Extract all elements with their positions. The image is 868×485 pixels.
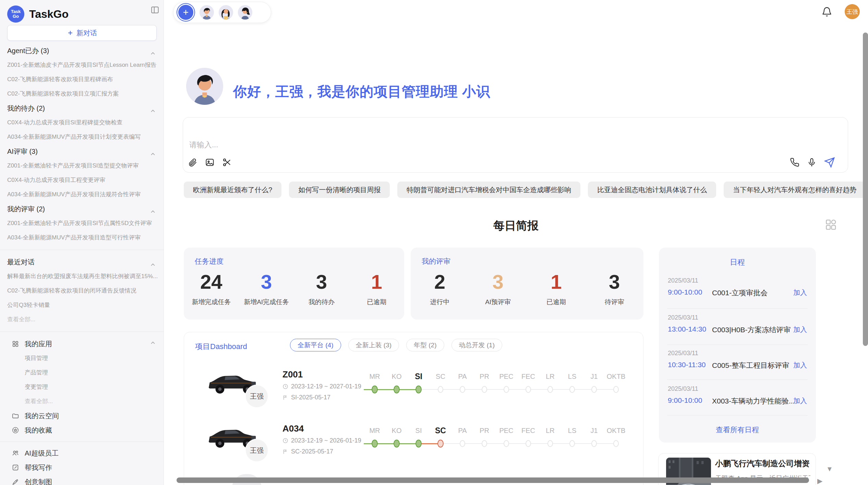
list-item[interactable]: A034-全新新能源MUV产品开发项目造型可行性评审 bbox=[0, 231, 164, 245]
tab-new-body[interactable]: 全新上装 (3) bbox=[348, 339, 399, 351]
project-code[interactable]: Z001 bbox=[282, 369, 303, 380]
stat-grid: 24 新增完成任务 3 新增AI完成任务 3 我的待办 1 已逾期 bbox=[184, 272, 404, 307]
milestone-dot[interactable] bbox=[526, 386, 531, 393]
milestone-dot[interactable] bbox=[504, 440, 509, 447]
list-item[interactable]: 公司Q3轻卡销量 bbox=[0, 298, 164, 312]
list-item[interactable]: Z001-全新燃油轻卡产品开发项目SI造型提交物评审 bbox=[0, 159, 164, 173]
list-item[interactable]: A034-全新新能源MUV产品开发项目法规符合性评审 bbox=[0, 187, 164, 202]
send-icon[interactable] bbox=[824, 157, 835, 168]
sidebar-item-change-mgmt[interactable]: 变更管理 bbox=[0, 380, 164, 394]
image-icon[interactable] bbox=[205, 158, 215, 167]
tab-new-platform[interactable]: 全新平台 (4) bbox=[290, 339, 341, 351]
milestone-dot-done[interactable] bbox=[415, 386, 422, 394]
tab-powertrain[interactable]: 动总开发 (1) bbox=[451, 339, 503, 351]
new-chat-button[interactable]: 新对话 bbox=[7, 25, 157, 41]
microphone-icon[interactable] bbox=[807, 158, 817, 167]
phone-call-icon[interactable] bbox=[790, 158, 799, 167]
sidebar-item-ai-super-staff[interactable]: AI超级员工 bbox=[0, 446, 164, 460]
milestone-dot[interactable] bbox=[438, 386, 443, 393]
chat-input-box[interactable] bbox=[183, 117, 848, 173]
user-avatar[interactable]: 王强 bbox=[845, 4, 860, 19]
list-item[interactable]: C0X4-动力总成开发项目工程变更评审 bbox=[0, 173, 164, 187]
suggestion-chip[interactable]: 特朗普可能对进口汽车增税会对中国车企造成哪些影响 bbox=[397, 182, 580, 198]
assistant-avatar-woman-1[interactable] bbox=[218, 4, 234, 20]
tab-model-year[interactable]: 年型 (2) bbox=[406, 339, 444, 351]
milestone-dot-overdue[interactable] bbox=[437, 440, 444, 448]
milestone-dot[interactable] bbox=[460, 386, 465, 393]
section-ai-review[interactable]: AI评审 (3) bbox=[0, 144, 164, 159]
milestone-dot[interactable] bbox=[547, 440, 553, 447]
sidebar-collapse-icon[interactable] bbox=[149, 4, 161, 16]
sidebar-item-creative-draw[interactable]: 创意制图 bbox=[0, 475, 164, 485]
section-agent-done[interactable]: Agent已办 (3) bbox=[0, 43, 164, 58]
join-link[interactable]: 加入 bbox=[793, 361, 807, 370]
scissors-icon[interactable] bbox=[222, 158, 232, 167]
assistant-switcher bbox=[173, 2, 271, 23]
sidebar-item-product-mgmt[interactable]: 产品管理 bbox=[0, 365, 164, 380]
list-item[interactable]: Z001-全新燃油皮卡产品开发项目SI节点Lesson Learn报告 bbox=[0, 58, 164, 72]
chevron-up-icon[interactable] bbox=[149, 259, 156, 269]
vertical-scrollbar[interactable] bbox=[863, 33, 868, 346]
view-all-schedule-link[interactable]: 查看所有日程 bbox=[659, 425, 816, 435]
list-item[interactable]: C02-飞腾新能源轻客改款项目的闭环通告反馈情况 bbox=[0, 284, 164, 298]
list-item[interactable]: C02-飞腾新能源轻客改款项目里程碑画布 bbox=[0, 72, 164, 87]
divider bbox=[667, 308, 808, 309]
suggestion-chip[interactable]: 欧洲新规最近颁布了什么? bbox=[184, 182, 281, 198]
chevron-up-icon[interactable] bbox=[149, 148, 156, 159]
milestone-dot[interactable] bbox=[569, 386, 575, 393]
notification-bell-icon[interactable] bbox=[821, 6, 832, 17]
stat-new-ai-done: 3 新增AI完成任务 bbox=[239, 272, 294, 307]
sidebar-item-project-mgmt[interactable]: 项目管理 bbox=[0, 351, 164, 365]
milestone-dot-done[interactable] bbox=[394, 386, 400, 394]
milestone-dot-done[interactable] bbox=[394, 440, 400, 448]
sidebar-item-cloud-space[interactable]: 我的云空间 bbox=[0, 409, 164, 423]
list-item[interactable]: C02-飞腾新能源轻客改款项目立项汇报方案 bbox=[0, 87, 164, 101]
project-flag-milestone: SC-2025-05-17 bbox=[282, 448, 333, 455]
assistant-avatar-man[interactable] bbox=[199, 4, 215, 20]
chevron-up-icon[interactable] bbox=[149, 206, 156, 216]
attachment-icon[interactable] bbox=[188, 158, 197, 167]
milestone-dot-done[interactable] bbox=[372, 386, 378, 394]
view-all-apps[interactable]: 查看全部... bbox=[0, 394, 164, 409]
milestone-dot[interactable] bbox=[591, 386, 597, 393]
milestone-dot-done[interactable] bbox=[372, 440, 378, 448]
chevron-up-icon[interactable] bbox=[149, 47, 156, 58]
section-my-review[interactable]: 我的评审 (2) bbox=[0, 202, 164, 216]
suggestion-chip[interactable]: 如何写一份清晰的项目周报 bbox=[289, 182, 390, 198]
sidebar-item-my-apps[interactable]: 我的应用 bbox=[0, 337, 164, 351]
horizontal-scrollbar[interactable] bbox=[177, 477, 809, 483]
layout-grid-icon[interactable] bbox=[825, 219, 837, 231]
section-my-todo[interactable]: 我的待办 (2) bbox=[0, 101, 164, 115]
join-link[interactable]: 加入 bbox=[793, 396, 807, 406]
add-assistant-button[interactable] bbox=[178, 5, 193, 20]
section-recent-chats[interactable]: 最近对话 bbox=[0, 255, 164, 269]
milestone-dot[interactable] bbox=[591, 440, 597, 447]
list-item[interactable]: Z001-全新燃油轻卡产品开发项目SI节点属性5D文件评审 bbox=[0, 216, 164, 231]
chevron-up-icon[interactable] bbox=[149, 105, 156, 115]
sidebar-item-help-write[interactable]: 帮我写作 bbox=[0, 460, 164, 475]
milestone-dot[interactable] bbox=[613, 440, 619, 447]
list-item[interactable]: A034-全新新能源MUV产品开发项目计划变更表编写 bbox=[0, 130, 164, 144]
milestone-dot[interactable] bbox=[504, 386, 509, 393]
milestone-dot[interactable] bbox=[482, 386, 487, 393]
milestone-dot[interactable] bbox=[460, 440, 465, 447]
suggestion-chip[interactable]: 当下年轻人对汽车外观有怎样的喜好趋势 bbox=[724, 182, 866, 198]
milestone-dot[interactable] bbox=[547, 386, 553, 393]
suggestion-chip[interactable]: 比亚迪全固态电池计划具体说了什么 bbox=[588, 182, 716, 198]
join-link[interactable]: 加入 bbox=[793, 325, 807, 334]
view-all-chats[interactable]: 查看全部... bbox=[0, 312, 164, 327]
sidebar-item-favorites[interactable]: 我的收藏 bbox=[0, 423, 164, 437]
milestone-dot[interactable] bbox=[613, 386, 619, 393]
chevron-up-icon[interactable] bbox=[149, 337, 156, 351]
milestone-dot-done[interactable] bbox=[415, 440, 422, 448]
assistant-avatar-woman-2[interactable] bbox=[237, 4, 253, 20]
scroll-right-arrow[interactable]: ▶ bbox=[817, 477, 822, 485]
milestone-dot[interactable] bbox=[526, 440, 531, 447]
milestone-dot[interactable] bbox=[569, 440, 575, 447]
milestone-dot[interactable] bbox=[482, 440, 487, 447]
project-code[interactable]: A034 bbox=[282, 423, 304, 434]
list-item[interactable]: C0X4-动力总成开发项目SI里程碑提交物检查 bbox=[0, 115, 164, 130]
list-item[interactable]: 解释最新出台的欧盟报废车法规再生塑料比例被调至15%... bbox=[0, 269, 164, 284]
scroll-down-arrow[interactable]: ▼ bbox=[826, 465, 833, 473]
join-link[interactable]: 加入 bbox=[793, 288, 807, 297]
